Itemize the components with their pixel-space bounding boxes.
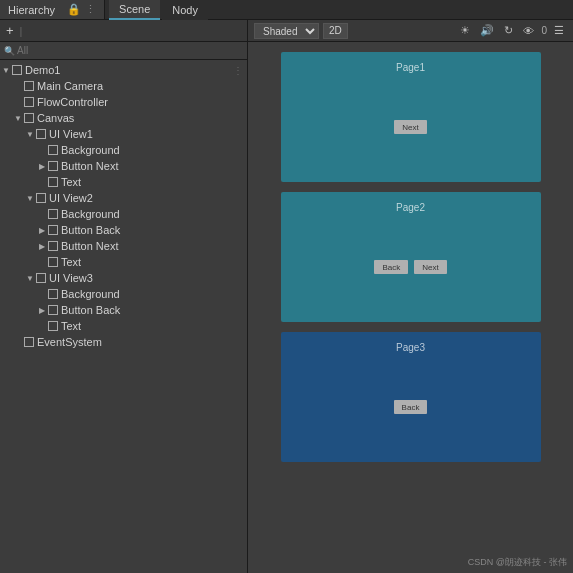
tree-item-flow-controller[interactable]: FlowController xyxy=(0,94,247,110)
card-button-group: Back xyxy=(394,400,428,414)
hierarchy-toolbar: + | xyxy=(0,20,247,42)
tree-item-button-next1[interactable]: Button Next xyxy=(0,158,247,174)
hierarchy-panel-title: Hierarchy 🔒 ⋮ xyxy=(0,0,105,19)
search-input[interactable] xyxy=(17,45,243,56)
tree-item-background3[interactable]: Background xyxy=(0,286,247,302)
tree-item-ui-view3[interactable]: UI View3 xyxy=(0,270,247,286)
lock-icon: 🔒 xyxy=(67,3,81,16)
tab-nody[interactable]: Nody xyxy=(162,0,208,20)
tree-item-label: Main Camera xyxy=(37,80,103,92)
tree-arrow[interactable] xyxy=(36,306,48,315)
tree-item-text1[interactable]: Text xyxy=(0,174,247,190)
tree-item-main-camera[interactable]: Main Camera xyxy=(0,78,247,94)
tree-item-label: Canvas xyxy=(37,112,74,124)
tree-arrow[interactable] xyxy=(24,274,36,283)
ui-view-card-view2: Page2BackNext xyxy=(281,192,541,322)
cube-icon xyxy=(48,289,58,299)
tree-item-text3[interactable]: Text xyxy=(0,318,247,334)
cube-icon xyxy=(36,129,46,139)
card-btn-back[interactable]: Back xyxy=(374,260,408,274)
tree-item-event-system[interactable]: EventSystem xyxy=(0,334,247,350)
search-icon: 🔍 xyxy=(4,46,15,56)
hierarchy-title-text: Hierarchy xyxy=(8,4,55,16)
tree-item-background1[interactable]: Background xyxy=(0,142,247,158)
audio-icon[interactable]: 🔊 xyxy=(477,24,497,37)
cube-icon xyxy=(48,177,58,187)
top-bar: Hierarchy 🔒 ⋮ Scene Nody xyxy=(0,0,573,20)
card-page-label: Page2 xyxy=(396,202,425,213)
cube-icon xyxy=(48,161,58,171)
scene-toolbar: Shaded 2D ☀ 🔊 ↻ 👁 0 ☰ xyxy=(248,20,573,42)
card-button-group: Next xyxy=(394,120,426,134)
tree-item-label: UI View1 xyxy=(49,128,93,140)
tree-item-label: Text xyxy=(61,176,81,188)
tree-item-canvas[interactable]: Canvas xyxy=(0,110,247,126)
hierarchy-panel: + | 🔍 Demo1⋮Main CameraFlowControllerCan… xyxy=(0,20,248,573)
tree-item-label: Text xyxy=(61,256,81,268)
tree-item-label: UI View3 xyxy=(49,272,93,284)
tree-arrow[interactable] xyxy=(24,130,36,139)
tree-item-label: FlowController xyxy=(37,96,108,108)
tree-item-label: Text xyxy=(61,320,81,332)
tree-item-button-next2[interactable]: Button Next xyxy=(0,238,247,254)
scene-tabs: Scene Nody xyxy=(109,0,208,19)
tree-item-button-back2[interactable]: Button Back xyxy=(0,222,247,238)
shaded-dropdown[interactable]: Shaded xyxy=(254,23,319,39)
tree-item-label: Background xyxy=(61,144,120,156)
2d-button[interactable]: 2D xyxy=(323,23,348,39)
tree-item-label: Button Back xyxy=(61,304,120,316)
cube-icon xyxy=(24,113,34,123)
cube-icon xyxy=(24,97,34,107)
tree-item-button-back3[interactable]: Button Back xyxy=(0,302,247,318)
tree-arrow[interactable] xyxy=(12,114,24,123)
hierarchy-tree: Demo1⋮Main CameraFlowControllerCanvasUI … xyxy=(0,60,247,573)
cube-icon xyxy=(48,321,58,331)
tree-item-demo1[interactable]: Demo1⋮ xyxy=(0,62,247,78)
cube-icon xyxy=(36,193,46,203)
eye-icon[interactable]: 👁 xyxy=(520,25,537,37)
tree-arrow[interactable] xyxy=(36,242,48,251)
counter-label: 0 xyxy=(541,25,547,36)
tree-arrow[interactable] xyxy=(0,66,12,75)
card-btn-back[interactable]: Back xyxy=(394,400,428,414)
tree-item-label: Button Next xyxy=(61,240,118,252)
cube-icon xyxy=(48,305,58,315)
tree-arrow[interactable] xyxy=(24,194,36,203)
tree-item-text2[interactable]: Text xyxy=(0,254,247,270)
tree-item-ui-view2[interactable]: UI View2 xyxy=(0,190,247,206)
tree-item-ui-view1[interactable]: UI View1 xyxy=(0,126,247,142)
cube-icon xyxy=(36,273,46,283)
card-button-group: BackNext xyxy=(374,260,446,274)
tree-item-label: Button Next xyxy=(61,160,118,172)
main-layout: + | 🔍 Demo1⋮Main CameraFlowControllerCan… xyxy=(0,20,573,573)
ui-view-card-view1: Page1Next xyxy=(281,52,541,182)
item-context-menu-icon[interactable]: ⋮ xyxy=(233,65,243,76)
ui-view-card-view3: Page3Back xyxy=(281,332,541,462)
cube-icon xyxy=(24,81,34,91)
card-page-label: Page1 xyxy=(396,62,425,73)
cube-icon xyxy=(48,145,58,155)
tab-scene[interactable]: Scene xyxy=(109,0,160,20)
search-bar: 🔍 xyxy=(0,42,247,60)
cube-icon xyxy=(48,257,58,267)
card-page-label: Page3 xyxy=(396,342,425,353)
cube-icon xyxy=(48,225,58,235)
card-btn-next[interactable]: Next xyxy=(394,120,426,134)
cube-icon xyxy=(12,65,22,75)
tree-item-label: Background xyxy=(61,288,120,300)
tree-item-label: Background xyxy=(61,208,120,220)
tree-arrow[interactable] xyxy=(36,226,48,235)
menu-icon[interactable]: ☰ xyxy=(551,24,567,37)
tree-arrow[interactable] xyxy=(36,162,48,171)
tree-item-background2[interactable]: Background xyxy=(0,206,247,222)
menu-dots-icon: ⋮ xyxy=(85,3,96,16)
cube-icon xyxy=(24,337,34,347)
scene-viewport: Page1NextPage2BackNextPage3Back CSDN @朗迹… xyxy=(248,42,573,573)
watermark: CSDN @朗迹科技 - 张伟 xyxy=(468,556,567,569)
refresh-icon[interactable]: ↻ xyxy=(501,24,516,37)
card-btn-next[interactable]: Next xyxy=(414,260,446,274)
add-button[interactable]: + xyxy=(4,23,16,38)
cube-icon xyxy=(48,241,58,251)
tree-item-label: Demo1 xyxy=(25,64,60,76)
sun-icon[interactable]: ☀ xyxy=(457,24,473,37)
